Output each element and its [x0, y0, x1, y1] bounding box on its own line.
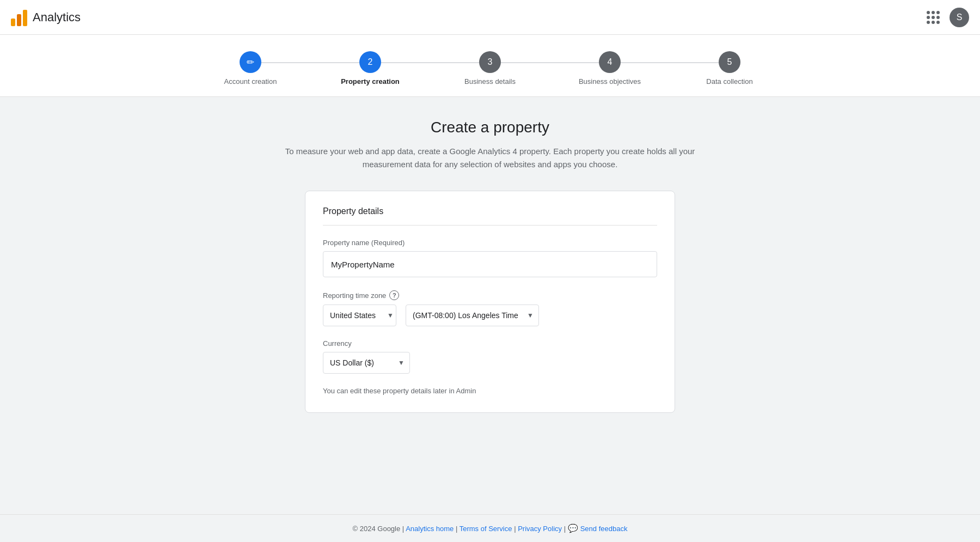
step-number-2: 2	[368, 57, 373, 67]
step-circle-3[interactable]: 3	[479, 51, 501, 73]
step-circle-4[interactable]: 4	[599, 51, 621, 73]
copyright: © 2024 Google	[353, 525, 401, 533]
step-label-4: Business objectives	[579, 77, 641, 86]
analytics-logo	[11, 9, 27, 26]
country-select[interactable]: United States	[323, 305, 396, 326]
feedback-link[interactable]: Send feedback	[580, 525, 628, 533]
step-number-3: 3	[488, 57, 493, 67]
currency-group: Currency US Dollar ($) ▼	[323, 339, 657, 374]
grid-icon	[927, 11, 940, 24]
apps-button[interactable]	[923, 8, 943, 27]
timezone-select-wrapper: (GMT-08:00) Los Angeles Time ▼	[406, 305, 539, 326]
currency-select-wrapper: US Dollar ($) ▼	[323, 352, 657, 374]
grid-dot	[927, 16, 930, 19]
step-label-1: Account creation	[224, 77, 277, 86]
stepper: ✏ Account creation 2 Property creation 3…	[191, 51, 789, 86]
currency-select[interactable]: US Dollar ($)	[323, 352, 410, 374]
feedback-icon: 💬	[568, 523, 578, 533]
step-circle-5[interactable]: 5	[719, 51, 740, 73]
step-circle-1[interactable]: ✏	[240, 51, 261, 73]
grid-dot	[927, 21, 930, 24]
currency-label: Currency	[323, 339, 657, 348]
grid-dot	[932, 16, 935, 19]
timezone-row: United States ▼ (GMT-08:00) Los Angeles …	[323, 305, 657, 326]
card-title: Property details	[323, 206, 657, 226]
timezone-label: Reporting time zone ?	[323, 290, 657, 300]
timezone-group: Reporting time zone ? United States ▼ (G…	[323, 290, 657, 326]
terms-link[interactable]: Terms of Service	[460, 525, 512, 533]
app-header: Analytics S	[0, 0, 980, 35]
pencil-icon: ✏	[247, 57, 254, 68]
property-name-group: Property name (Required)	[323, 239, 657, 277]
step-data-collection: 5 Data collection	[670, 51, 789, 86]
page-footer: © 2024 Google | Analytics home | Terms o…	[0, 514, 980, 542]
step-account-creation: ✏ Account creation	[191, 51, 310, 86]
logo-bar-1	[11, 19, 15, 26]
step-business-objectives: 4 Business objectives	[550, 51, 670, 86]
property-name-label: Property name (Required)	[323, 239, 657, 247]
currency-select-outer: US Dollar ($) ▼	[323, 352, 410, 374]
grid-dot	[936, 16, 940, 19]
privacy-link[interactable]: Privacy Policy	[518, 525, 562, 533]
property-name-input[interactable]	[323, 251, 657, 277]
grid-dot	[932, 21, 935, 24]
stepper-container: ✏ Account creation 2 Property creation 3…	[0, 35, 980, 97]
grid-dot	[936, 21, 940, 24]
step-label-2: Property creation	[341, 77, 400, 86]
feedback-container: 💬 Send feedback	[568, 523, 628, 533]
header-left: Analytics	[11, 9, 81, 26]
grid-dot	[927, 11, 930, 14]
edit-note: You can edit these property details late…	[323, 387, 657, 395]
step-number-5: 5	[727, 57, 732, 67]
step-label-5: Data collection	[706, 77, 752, 86]
step-business-details: 3 Business details	[430, 51, 550, 86]
grid-dot	[932, 11, 935, 14]
footer-separator-2: |	[456, 525, 460, 533]
page-heading: Create a property	[431, 119, 549, 136]
logo-bar-2	[17, 14, 21, 26]
main-content: Create a property To measure your web an…	[191, 97, 789, 467]
logo-bar-3	[23, 10, 27, 26]
header-right: S	[923, 8, 969, 27]
app-title: Analytics	[33, 10, 81, 25]
page-description: To measure your web and app data, create…	[283, 145, 697, 171]
analytics-home-link[interactable]: Analytics home	[406, 525, 454, 533]
user-avatar[interactable]: S	[950, 8, 969, 27]
step-number-4: 4	[608, 57, 612, 67]
timezone-help-icon[interactable]: ?	[389, 290, 399, 300]
step-circle-2[interactable]: 2	[359, 51, 381, 73]
footer-separator-4: |	[564, 525, 568, 533]
step-label-3: Business details	[464, 77, 516, 86]
grid-dot	[936, 11, 940, 14]
country-select-wrapper: United States ▼	[323, 305, 399, 326]
property-details-card: Property details Property name (Required…	[305, 191, 675, 413]
timezone-select[interactable]: (GMT-08:00) Los Angeles Time	[406, 305, 539, 326]
step-property-creation: 2 Property creation	[310, 51, 430, 86]
